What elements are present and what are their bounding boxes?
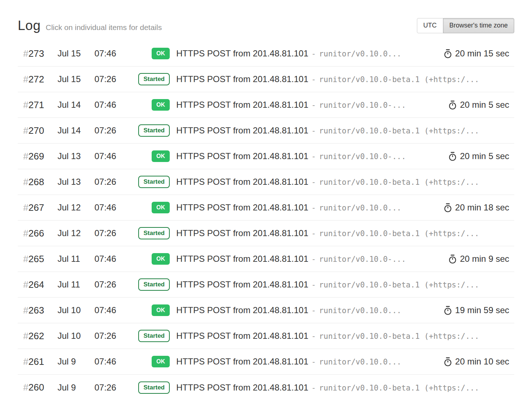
log-row[interactable]: #260 Jul 9 07:26 Started HTTPS POST from… (18, 375, 514, 400)
event-number: #264 (23, 279, 58, 290)
utc-button[interactable]: UTC (417, 18, 443, 33)
browser-timezone-button[interactable]: Browser's time zone (443, 18, 515, 33)
event-description: HTTPS POST from 201.48.81.101 - runitor/… (176, 280, 479, 290)
hash-prefix: # (23, 253, 28, 264)
event-date: Jul 11 (58, 254, 94, 264)
event-message: HTTPS POST from 201.48.81.101 (176, 100, 308, 110)
duration: 20 min 18 sec (436, 202, 509, 213)
log-row[interactable]: #262 Jul 10 07:26 Started HTTPS POST fro… (18, 323, 514, 349)
message-separator: - (312, 178, 315, 187)
log-row[interactable]: #270 Jul 14 07:26 Started HTTPS POST fro… (18, 118, 514, 144)
event-message: HTTPS POST from 201.48.81.101 (176, 383, 308, 393)
event-number-value: 260 (28, 382, 44, 393)
message-separator: - (312, 229, 315, 238)
log-row[interactable]: #272 Jul 15 07:26 Started HTTPS POST fro… (18, 67, 514, 92)
log-row[interactable]: #261 Jul 9 07:46 OK HTTPS POST from 201.… (18, 349, 514, 375)
event-date: Jul 12 (58, 228, 94, 238)
stopwatch-icon (444, 203, 452, 213)
duration-text: 19 min 59 sec (455, 305, 509, 315)
event-number: #269 (23, 151, 58, 162)
log-row[interactable]: #266 Jul 12 07:26 Started HTTPS POST fro… (18, 221, 514, 246)
user-agent-text: runitor/v0.10.0-beta.1 (+https:/... (319, 229, 479, 238)
log-row[interactable]: #265 Jul 11 07:46 OK HTTPS POST from 201… (18, 246, 514, 272)
event-number: #273 (23, 48, 58, 59)
event-message: HTTPS POST from 201.48.81.101 (176, 177, 308, 187)
status-badge-cell: OK (130, 202, 170, 213)
status-badge: OK (152, 356, 170, 367)
message-separator: - (312, 306, 315, 315)
event-date: Jul 11 (58, 280, 94, 290)
log-page: Log Click on individual items for detail… (0, 18, 532, 418)
event-number-value: 269 (28, 151, 44, 162)
event-date: Jul 12 (58, 202, 94, 213)
event-number-value: 262 (28, 330, 44, 341)
stopwatch-icon (444, 357, 452, 367)
message-separator: - (312, 75, 315, 84)
hash-prefix: # (23, 125, 28, 136)
event-time: 07:26 (94, 74, 130, 84)
status-badge: Started (138, 176, 170, 188)
log-row[interactable]: #269 Jul 13 07:46 OK HTTPS POST from 201… (18, 144, 514, 169)
user-agent-text: runitor/v0.10.0-beta.1 (+https:/... (319, 384, 479, 392)
log-table: #273 Jul 15 07:46 OK HTTPS POST from 201… (18, 41, 514, 400)
log-row[interactable]: #267 Jul 12 07:46 OK HTTPS POST from 201… (18, 195, 514, 221)
event-number: #265 (23, 253, 58, 265)
status-badge: OK (152, 253, 170, 265)
event-message: HTTPS POST from 201.48.81.101 (176, 48, 308, 59)
hash-prefix: # (23, 99, 28, 110)
status-badge-cell: OK (130, 99, 170, 111)
status-badge-cell: Started (130, 227, 170, 239)
log-row[interactable]: #263 Jul 10 07:46 OK HTTPS POST from 201… (18, 298, 514, 323)
event-message: HTTPS POST from 201.48.81.101 (176, 280, 308, 290)
message-separator: - (312, 255, 315, 264)
log-row[interactable]: #264 Jul 11 07:26 Started HTTPS POST fro… (18, 272, 514, 298)
event-description: HTTPS POST from 201.48.81.101 - runitor/… (176, 48, 401, 59)
event-number-value: 270 (28, 125, 44, 136)
event-message: HTTPS POST from 201.48.81.101 (176, 254, 308, 264)
log-row[interactable]: #273 Jul 15 07:46 OK HTTPS POST from 201… (18, 41, 514, 67)
event-description: HTTPS POST from 201.48.81.101 - runitor/… (176, 202, 401, 213)
duration-text: 20 min 5 sec (460, 100, 509, 110)
stopwatch-icon (444, 306, 452, 315)
duration: 20 min 5 sec (441, 151, 509, 161)
user-agent-text: runitor/v0.10.0... (319, 306, 401, 315)
event-message: HTTPS POST from 201.48.81.101 (176, 331, 308, 341)
user-agent-text: runitor/v0.10.0-beta.1 (+https:/... (319, 127, 479, 135)
event-date: Jul 9 (58, 357, 94, 367)
event-number: #261 (23, 356, 58, 367)
event-date: Jul 10 (58, 331, 94, 341)
event-description: HTTPS POST from 201.48.81.101 - runitor/… (176, 100, 406, 110)
event-message: HTTPS POST from 201.48.81.101 (176, 305, 308, 315)
event-number: #262 (23, 330, 58, 342)
log-row[interactable]: #268 Jul 13 07:26 Started HTTPS POST fro… (18, 169, 514, 195)
event-time: 07:26 (94, 331, 130, 341)
status-badge: Started (138, 381, 170, 394)
hash-prefix: # (23, 48, 28, 59)
event-number: #263 (23, 305, 58, 316)
duration-text: 20 min 9 sec (460, 254, 509, 264)
event-time: 07:26 (94, 228, 130, 238)
stopwatch-icon (448, 100, 457, 110)
status-badge-cell: OK (130, 48, 170, 59)
user-agent-text: runitor/v0.10.0... (319, 204, 401, 212)
user-agent-text: runitor/v0.10.0-beta.1 (+https:/... (319, 75, 479, 84)
event-number-value: 261 (28, 356, 44, 367)
log-row[interactable]: #271 Jul 14 07:46 OK HTTPS POST from 201… (18, 92, 514, 118)
event-description: HTTPS POST from 201.48.81.101 - runitor/… (176, 125, 479, 136)
hash-prefix: # (23, 151, 28, 162)
status-badge-cell: OK (130, 304, 170, 316)
event-number-value: 265 (28, 253, 44, 264)
status-badge-cell: OK (130, 356, 170, 367)
message-separator: - (312, 101, 315, 110)
duration-text: 20 min 15 sec (455, 48, 509, 59)
event-time: 07:26 (94, 125, 130, 136)
event-number: #270 (23, 125, 58, 136)
event-description: HTTPS POST from 201.48.81.101 - runitor/… (176, 357, 401, 367)
status-badge-cell: Started (130, 176, 170, 188)
event-number-value: 266 (28, 228, 44, 239)
event-date: Jul 15 (58, 48, 94, 59)
hash-prefix: # (23, 330, 28, 341)
hash-prefix: # (23, 228, 28, 239)
page-title: Log (18, 18, 41, 33)
user-agent-text: runitor/v0.10.0-... (319, 255, 406, 264)
